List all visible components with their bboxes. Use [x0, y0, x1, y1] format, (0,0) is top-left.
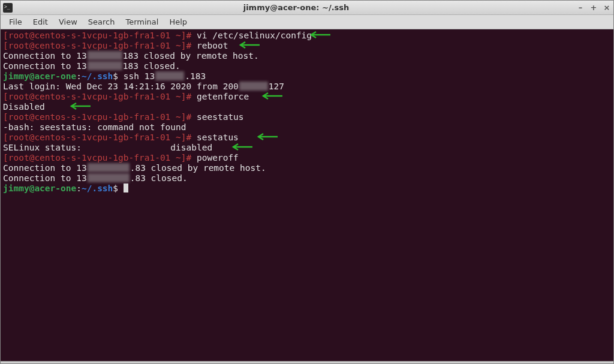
terminal-line: Last login: Wed Dec 23 14:21:16 2020 fro…	[3, 82, 611, 92]
menubar: File Edit View Search Terminal Help	[1, 15, 613, 29]
redacted-ip	[88, 51, 122, 60]
terminal-line: [root@centos-s-1vcpu-1gb-fra1-01 ~]# reb…	[3, 41, 611, 51]
command-text	[118, 183, 124, 193]
annotation-arrow-icon	[255, 133, 279, 143]
terminal-window: jimmy@acer-one: ~/.ssh – + × File Edit V…	[0, 0, 614, 364]
window-title: jimmy@acer-one: ~/.ssh	[16, 3, 576, 12]
command-text: seestatus	[191, 112, 243, 122]
output-text: .83 closed by remote host.	[130, 163, 266, 173]
local-prompt-user: jimmy@acer-one	[3, 183, 76, 193]
local-prompt-path: ~/.ssh	[82, 71, 113, 81]
menu-view[interactable]: View	[54, 16, 82, 28]
output-text: -bash: seestatus: command not found	[3, 122, 186, 132]
output-text: Connection to 13	[3, 173, 87, 183]
command-text: vi /etc/selinux/config	[191, 31, 312, 40]
terminal-line: Connection to 13183 closed by remote hos…	[3, 51, 611, 61]
terminal-line: jimmy@acer-one:~/.ssh$ ssh 13.183	[3, 71, 611, 82]
terminal-line: jimmy@acer-one:~/.ssh$	[3, 183, 611, 194]
annotation-arrow-icon	[230, 143, 254, 154]
menu-help[interactable]: Help	[164, 16, 192, 28]
terminal-line: [root@centos-s-1vcpu-1gb-fra1-01 ~]# get…	[3, 92, 611, 102]
titlebar: jimmy@acer-one: ~/.ssh – + ×	[1, 1, 613, 15]
output-text: 183 closed.	[123, 61, 180, 71]
terminal-output[interactable]: [root@centos-s-1vcpu-1gb-fra1-01 ~]# vi …	[1, 29, 613, 361]
window-controls: – + ×	[576, 4, 611, 12]
menu-file[interactable]: File	[4, 16, 27, 28]
local-prompt-path: ~/.ssh	[82, 183, 113, 193]
root-prompt: [root@centos-s-1vcpu-1gb-fra1-01 ~]#	[3, 92, 191, 101]
annotation-arrow-icon	[237, 41, 261, 52]
redacted-ip	[88, 163, 130, 172]
command-text: reboot	[191, 41, 233, 50]
terminal-line: [root@centos-s-1vcpu-1gb-fra1-01 ~]# vi …	[3, 31, 611, 41]
root-prompt: [root@centos-s-1vcpu-1gb-fra1-01 ~]#	[3, 31, 191, 40]
menu-terminal[interactable]: Terminal	[121, 16, 163, 28]
terminal-cursor	[124, 183, 128, 192]
command-text: sestatus	[191, 133, 243, 142]
output-text: Last login: Wed Dec 23 14:21:16 2020 fro…	[3, 82, 239, 91]
command-text: getenforce	[191, 92, 254, 101]
terminal-app-icon	[3, 3, 13, 13]
root-prompt: [root@centos-s-1vcpu-1gb-fra1-01 ~]#	[3, 112, 191, 122]
root-prompt: [root@centos-s-1vcpu-1gb-fra1-01 ~]#	[3, 153, 191, 163]
root-prompt: [root@centos-s-1vcpu-1gb-fra1-01 ~]#	[3, 133, 191, 142]
output-text: Disabled	[3, 102, 50, 112]
command-text: ssh 13	[118, 71, 155, 81]
redacted-ip	[155, 71, 184, 80]
output-text: SELinux status: disabled	[3, 143, 218, 152]
redacted-ip	[239, 82, 268, 91]
terminal-line: Connection to 13.83 closed.	[3, 173, 611, 183]
output-text: Connection to 13	[3, 51, 87, 61]
terminal-line: SELinux status: disabled	[3, 143, 611, 153]
menu-edit[interactable]: Edit	[28, 16, 53, 28]
terminal-line: -bash: seestatus: command not found	[3, 122, 611, 133]
menu-search[interactable]: Search	[83, 16, 120, 28]
local-prompt-user: jimmy@acer-one	[3, 71, 76, 81]
output-text: 127	[269, 82, 284, 91]
command-text: .183	[185, 71, 206, 81]
close-button[interactable]: ×	[603, 4, 611, 12]
terminal-line: [root@centos-s-1vcpu-1gb-fra1-01 ~]# pow…	[3, 153, 611, 163]
terminal-line: [root@centos-s-1vcpu-1gb-fra1-01 ~]# ses…	[3, 133, 611, 143]
terminal-line: [root@centos-s-1vcpu-1gb-fra1-01 ~]# see…	[3, 112, 611, 122]
command-text: poweroff	[191, 153, 239, 163]
terminal-line: Connection to 13183 closed.	[3, 61, 611, 71]
terminal-line: Disabled	[3, 102, 611, 112]
redacted-ip	[88, 61, 122, 70]
root-prompt: [root@centos-s-1vcpu-1gb-fra1-01 ~]#	[3, 41, 191, 50]
output-text: Connection to 13	[3, 163, 87, 173]
status-bar	[1, 361, 613, 363]
redacted-ip	[88, 173, 130, 182]
annotation-arrow-icon	[260, 92, 284, 103]
output-text: 183 closed by remote host.	[123, 51, 259, 61]
output-text: .83 closed.	[130, 173, 188, 183]
terminal-line: Connection to 13.83 closed by remote hos…	[3, 163, 611, 173]
maximize-button[interactable]: +	[589, 4, 598, 12]
minimize-button[interactable]: –	[576, 4, 585, 12]
output-text: Connection to 13	[3, 61, 87, 71]
annotation-arrow-icon	[308, 31, 332, 41]
annotation-arrow-icon	[68, 102, 92, 113]
